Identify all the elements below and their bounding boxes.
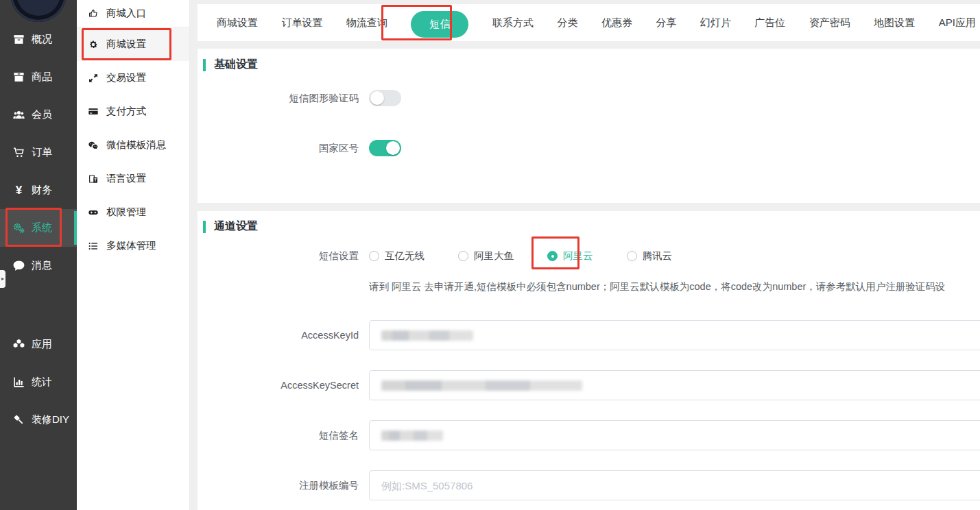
toggle-knob (370, 91, 384, 105)
wechat-icon (88, 140, 99, 151)
app-logo (10, 0, 67, 22)
accesskeyid-input[interactable] (369, 320, 980, 350)
secondary-item-wechat-template[interactable]: 微信模板消息 (77, 128, 189, 162)
sidebar-item-goods[interactable]: 商品 (0, 58, 77, 96)
permission-icon (88, 207, 99, 218)
payment-card-icon (88, 106, 99, 117)
sms-signature-row: 短信签名 (198, 420, 980, 450)
sidebar-item-label: 统计 (32, 376, 52, 389)
toggle-knob (386, 141, 400, 155)
secondary-item-language-settings[interactable]: 语言设置 (77, 162, 189, 195)
tab-contact-info[interactable]: 联系方式 (492, 16, 534, 29)
sms-captcha-toggle[interactable] (369, 90, 401, 106)
main-area: 商城设置 订单设置 物流查询 短信 联系方式 分类 优惠券 分享 幻灯片 广告位… (190, 0, 980, 510)
secondary-item-payment-methods[interactable]: 支付方式 (77, 95, 189, 128)
sidebar-item-label: 应用 (32, 338, 52, 351)
sidebar-item-label: 系统 (32, 221, 52, 234)
language-icon (88, 173, 99, 184)
sidebar-item-apps[interactable]: 应用 (0, 326, 77, 363)
radio-aliyun[interactable]: 阿里云 (547, 250, 593, 263)
secondary-item-label: 语言设置 (106, 172, 146, 185)
overview-icon (12, 33, 25, 46)
primary-nav: 概况 商品 会员 订单 ¥ 财务 (0, 21, 77, 439)
sidebar-item-members[interactable]: 会员 (0, 96, 77, 134)
trade-arrows-icon (88, 73, 99, 84)
sidebar-item-overview[interactable]: 概况 (0, 21, 77, 58)
accesskeysecret-row: AccessKeySecret (198, 370, 980, 400)
finance-yen-icon: ¥ (12, 184, 25, 197)
goods-icon (12, 71, 25, 84)
sidebar-item-orders[interactable]: 订单 (0, 134, 77, 171)
country-code-row: 国家区号 (198, 140, 980, 156)
app-root: 概况 商品 会员 订单 ¥ 财务 (0, 0, 980, 510)
sidebar-item-system[interactable]: 系统 (0, 209, 77, 247)
sms-signature-input[interactable] (369, 420, 980, 450)
secondary-item-label: 商城入口 (106, 7, 146, 20)
register-template-label: 注册模板编号 (198, 479, 359, 492)
tab-logistics-query[interactable]: 物流查询 (346, 16, 387, 29)
tab-coupon[interactable]: 优惠券 (601, 16, 632, 29)
diy-hammer-icon (12, 413, 25, 426)
accesskeysecret-input[interactable] (369, 370, 980, 400)
title-accent-bar (203, 59, 206, 71)
sidebar-item-finance[interactable]: ¥ 财务 (0, 171, 77, 209)
accesskeyid-row: AccessKeyId (198, 320, 980, 350)
secondary-item-media-mgmt[interactable]: 多媒体管理 (77, 229, 189, 263)
sidebar-spacer (0, 284, 77, 326)
secondary-item-mall-entry[interactable]: 商城入口 (77, 0, 189, 27)
basic-settings-card: 基础设置 短信图形验证码 国家区号 (198, 49, 980, 203)
tab-category[interactable]: 分类 (557, 16, 577, 29)
sidebar-item-label: 商品 (32, 71, 52, 84)
sidebar-item-label: 装修DIY (32, 413, 69, 426)
tab-mall-settings[interactable]: 商城设置 (217, 16, 258, 29)
secondary-item-label: 微信模板消息 (106, 138, 166, 151)
sms-captcha-label: 短信图形验证码 (198, 92, 359, 105)
sidebar-item-diy[interactable]: 装修DIY (0, 401, 77, 439)
tab-sms[interactable]: 短信 (411, 11, 468, 38)
channel-settings-card: 通道设置 短信设置 互亿无线 阿里大鱼 阿里云 (198, 211, 980, 510)
sidebar-item-label: 概况 (32, 33, 52, 46)
sidebar-collapse-handle[interactable]: ▸ (0, 270, 5, 288)
basic-settings-title: 基础设置 (203, 58, 258, 72)
tab-asset-password[interactable]: 资产密码 (809, 16, 850, 29)
tab-api-app[interactable]: API应用 (939, 16, 976, 29)
country-code-label: 国家区号 (198, 142, 359, 155)
secondary-sidebar: 商城入口 商城设置 交易设置 支付方式 微信模板消息 (77, 0, 190, 510)
accesskeyid-label: AccessKeyId (198, 330, 359, 341)
sidebar-item-stats[interactable]: 统计 (0, 363, 77, 401)
system-gears-icon (12, 221, 25, 234)
country-code-toggle[interactable] (369, 140, 401, 156)
secondary-item-label: 权限管理 (106, 206, 146, 219)
radio-circle (458, 251, 468, 261)
secondary-item-trade-settings[interactable]: 交易设置 (77, 61, 189, 95)
settings-tabbar: 商城设置 订单设置 物流查询 短信 联系方式 分类 优惠券 分享 幻灯片 广告位… (198, 4, 980, 41)
secondary-item-label: 多媒体管理 (106, 239, 156, 252)
media-list-icon (88, 241, 99, 252)
tab-map-settings[interactable]: 地图设置 (874, 16, 915, 29)
register-template-input[interactable] (381, 471, 980, 500)
masked-value (381, 430, 443, 441)
radio-alidayu[interactable]: 阿里大鱼 (458, 250, 514, 263)
masked-value (381, 330, 473, 341)
secondary-item-label: 商城设置 (106, 38, 146, 51)
register-template-input-wrap (369, 470, 980, 500)
sidebar-item-label: 会员 (32, 108, 52, 121)
sms-signature-label: 短信签名 (198, 429, 359, 442)
sms-provider-row: 短信设置 互亿无线 阿里大鱼 阿里云 (198, 250, 980, 263)
sidebar-item-messages[interactable]: 消息 (0, 247, 77, 284)
apps-cubes-icon (12, 338, 25, 351)
tab-share[interactable]: 分享 (656, 16, 676, 29)
radio-tencent-cloud[interactable]: 腾讯云 (627, 250, 673, 263)
tab-slideshow[interactable]: 幻灯片 (700, 16, 731, 29)
radio-circle (627, 251, 637, 261)
tab-ad-slot[interactable]: 广告位 (754, 16, 785, 29)
radio-huyi[interactable]: 互亿无线 (369, 250, 425, 263)
orders-cart-icon (12, 146, 25, 159)
secondary-item-mall-settings[interactable]: 商城设置 (77, 27, 189, 61)
radio-circle-selected (547, 251, 558, 261)
sidebar-item-label: 消息 (32, 259, 52, 272)
mall-entry-thumb-icon (88, 8, 99, 19)
secondary-item-permission-mgmt[interactable]: 权限管理 (77, 195, 189, 229)
tab-order-settings[interactable]: 订单设置 (281, 16, 322, 29)
sidebar-item-label: 订单 (32, 146, 52, 159)
